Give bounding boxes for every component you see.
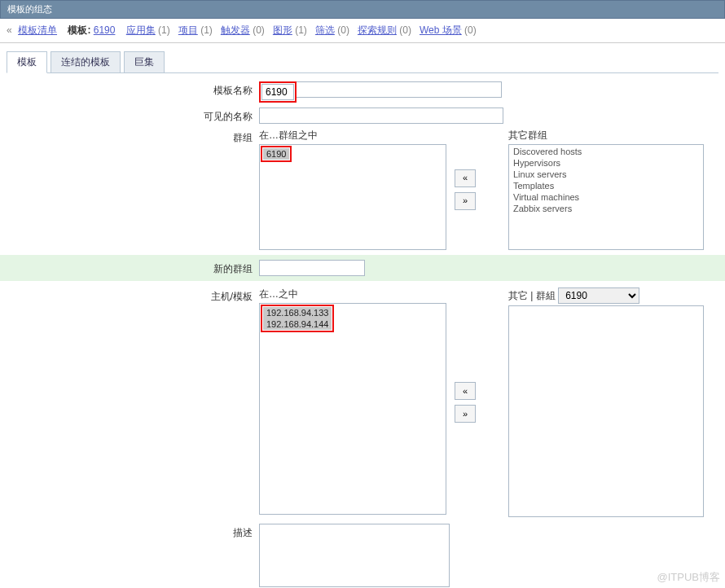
template-label: 模板: [68, 24, 90, 36]
groups-label: 群组 [7, 129, 259, 145]
new-group-label: 新的群组 [7, 260, 259, 276]
new-group-input[interactable] [259, 260, 365, 276]
list-item[interactable]: Hypervisors [510, 157, 702, 169]
nav-appset-count: (1) [158, 24, 170, 36]
page-header: 模板的组态 [0, 0, 725, 19]
nav-filter[interactable]: 筛选 [315, 24, 335, 36]
list-item[interactable]: Linux servers [510, 169, 702, 180]
visible-name-label: 可见的名称 [7, 108, 259, 124]
in-hosts-label: 在…之中 [259, 287, 446, 301]
list-item[interactable]: Discovered hosts [510, 146, 702, 157]
breadcrumb: « 模板清单 模板: 6190 应用集 (1) 项目 (1) 触发器 (0) 图… [0, 19, 725, 43]
in-groups-label: 在…群组之中 [259, 129, 446, 143]
tab-template[interactable]: 模板 [7, 51, 47, 73]
watermark: @ITPUB博客 [657, 570, 720, 585]
other-hosts-label-text: 其它 | 群組 [508, 290, 556, 301]
template-list-link[interactable]: 模板清单 [18, 24, 57, 36]
template-name-input[interactable] [261, 84, 294, 100]
nav-triggers[interactable]: 触发器 [221, 24, 250, 36]
desc-label: 描述 [7, 524, 259, 540]
in-groups-highlight: 6190 [261, 146, 292, 162]
back-arrow: « [7, 24, 12, 36]
template-name-link[interactable]: 6190 [94, 24, 116, 36]
nav-filter-count: (0) [337, 24, 349, 36]
nav-web[interactable]: Web 场景 [420, 24, 462, 36]
tab-bar: 模板 连结的模板 巨集 [0, 43, 725, 73]
other-groups-listbox[interactable]: Discovered hosts Hypervisors Linux serve… [508, 144, 704, 250]
template-name-input-ext[interactable] [297, 81, 502, 98]
visible-name-input[interactable] [259, 108, 503, 124]
page-title: 模板的组态 [7, 4, 52, 14]
move-right-button[interactable]: » [455, 192, 476, 210]
nav-graphs-count: (1) [295, 24, 307, 36]
nav-discovery[interactable]: 探索规则 [358, 24, 397, 36]
new-group-row: 新的群组 [0, 255, 725, 281]
nav-items-count: (1) [200, 24, 213, 36]
list-item[interactable]: 6190 [263, 148, 289, 160]
nav-discovery-count: (0) [399, 24, 411, 36]
in-groups-listbox[interactable]: 6190 [259, 144, 446, 250]
nav-items[interactable]: 项目 [178, 24, 198, 36]
nav-web-count: (0) [464, 24, 477, 36]
list-item[interactable]: 192.168.94.133 [263, 307, 332, 318]
form-area: 模板名称 可见的名称 群组 在…群组之中 6190 « » 其它 [0, 73, 725, 588]
nav-appset[interactable]: 应用集 [126, 24, 156, 36]
template-name-label: 模板名称 [7, 81, 259, 98]
other-hosts-label: 其它 | 群組 6190 [508, 287, 704, 304]
description-textarea[interactable] [259, 524, 450, 587]
list-item[interactable]: 192.168.94.144 [263, 318, 332, 330]
other-groups-label: 其它群组 [508, 129, 704, 143]
tab-macros[interactable]: 巨集 [124, 51, 165, 73]
tab-linked[interactable]: 连结的模板 [51, 51, 121, 73]
hosts-label: 主机/模板 [7, 287, 259, 304]
nav-graphs[interactable]: 图形 [273, 24, 292, 36]
template-name-highlight [259, 81, 297, 103]
list-item[interactable]: Templates [510, 180, 702, 191]
nav-triggers-count: (0) [253, 24, 265, 36]
move-left-button[interactable]: « [455, 382, 476, 400]
list-item[interactable]: Zabbix servers [510, 203, 702, 214]
group-filter-select[interactable]: 6190 [558, 287, 639, 304]
move-left-button[interactable]: « [455, 169, 476, 187]
move-right-button[interactable]: » [455, 405, 476, 423]
list-item[interactable]: Virtual machines [510, 191, 702, 203]
in-hosts-listbox[interactable]: 192.168.94.133 192.168.94.144 [259, 303, 446, 515]
other-hosts-listbox[interactable] [508, 305, 704, 517]
in-hosts-highlight: 192.168.94.133 192.168.94.144 [261, 305, 334, 332]
